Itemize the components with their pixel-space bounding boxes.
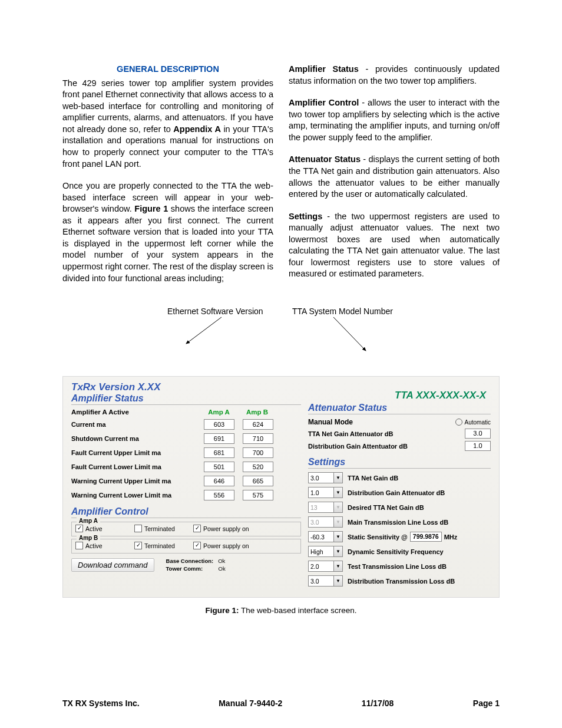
model-label: TTA XXX-XXX-XX-X	[395, 390, 486, 401]
footer-manual: Manual 7-9440-2	[219, 699, 282, 708]
footer-page: Page 1	[473, 699, 500, 708]
amp-a-value: 556	[204, 490, 234, 500]
setting-select[interactable]: 3.0▼	[308, 472, 343, 483]
setting-label: Desired TTA Net Gain dB	[348, 504, 424, 511]
footer-company: TX RX Systems Inc.	[62, 699, 140, 708]
amp-b-fieldset: Amp B Active ✓Terminated ✓Power supply o…	[71, 539, 301, 554]
setting-select[interactable]: 3.0▼	[308, 575, 343, 587]
unit-label: MHz	[444, 533, 458, 541]
power-supply-checkbox[interactable]: ✓Power supply on	[193, 542, 249, 549]
amp-active-label: Amplifier A Active	[71, 409, 200, 416]
settings-title: Settings	[308, 457, 491, 469]
terminated-checkbox[interactable]: Terminated	[134, 525, 193, 532]
terminated-checkbox[interactable]: ✓Terminated	[134, 542, 193, 549]
att-row-label: TTA Net Gain Attenuator dB	[308, 430, 465, 437]
att-row-label: Distribution Gain Attentuator dB	[308, 443, 465, 450]
connection-status: Base Connection: Ok Tower Comm: Ok	[166, 557, 226, 573]
automatic-label: Automatic	[465, 419, 491, 426]
amp-a-value: 681	[204, 447, 234, 458]
frequency-input[interactable]: 799.9876	[410, 532, 442, 542]
att-value: 1.0	[465, 441, 491, 451]
footer-date: 11/17/08	[362, 699, 394, 708]
amp-b-legend: Amp B	[77, 535, 100, 541]
amp-b-value: 624	[243, 419, 273, 430]
chevron-down-icon: ▼	[333, 532, 342, 542]
chevron-down-icon: ▼	[333, 487, 342, 498]
setting-label: TTA Net Gain dB	[348, 475, 398, 482]
setting-label: Distribution Transmission Loss dB	[348, 578, 455, 585]
amp-row-label: Warning Current Lower Limit ma	[71, 492, 200, 499]
paragraph: Settings - the two uppermost registers a…	[289, 211, 500, 280]
amplifier-status-title: Amplifier Status	[71, 393, 301, 405]
amp-a-value: 646	[204, 476, 234, 486]
setting-label: Dynamic Sensitivity Frequency	[348, 548, 444, 555]
amp-b-value: 665	[243, 476, 273, 486]
setting-select[interactable]: 2.0▼	[308, 561, 343, 572]
setting-select[interactable]: -60.3▼	[308, 531, 343, 542]
paragraph: Amplifier Status - provides continuously…	[289, 64, 500, 87]
amp-b-value: 700	[243, 447, 273, 458]
amp-a-value: 501	[204, 462, 234, 472]
manual-mode-label: Manual Mode	[308, 418, 455, 426]
amp-b-value: 575	[243, 490, 273, 500]
paragraph: Attenuator Status - displays the current…	[289, 154, 500, 200]
setting-label: Test Transmission Line Loss dB	[348, 563, 447, 570]
setting-select: 3.0▼	[308, 516, 343, 528]
section-header: GENERAL DESCRIPTION	[62, 64, 273, 75]
interface-screenshot: TxRx Version X.XX TTA XXX-XXX-XX-X Ampli…	[62, 376, 500, 598]
setting-select[interactable]: 1.0▼	[308, 487, 343, 498]
chevron-down-icon: ▼	[333, 576, 342, 586]
setting-select: 13▼	[308, 502, 343, 513]
svg-line-1	[333, 317, 366, 351]
attenuator-status-title: Attenuator Status	[308, 403, 491, 414]
amp-row-label: Fault Current Upper Limit ma	[71, 449, 200, 456]
amp-a-value: 691	[204, 433, 234, 444]
att-value: 3.0	[465, 429, 491, 439]
chevron-down-icon: ▼	[333, 473, 342, 483]
amp-row-label: Current ma	[71, 421, 200, 428]
paragraph: Amplifier Control - allows the user to i…	[289, 97, 500, 143]
chevron-down-icon: ▼	[333, 561, 342, 571]
amp-row-label: Fault Current Lower Limit ma	[71, 463, 200, 470]
amp-a-legend: Amp A	[77, 518, 100, 524]
amp-a-header: Amp A	[200, 409, 238, 416]
automatic-radio[interactable]	[455, 419, 462, 426]
amp-a-fieldset: Amp A ✓Active Terminated ✓Power supply o…	[71, 522, 301, 536]
amp-b-value: 520	[243, 462, 273, 472]
paragraph: Once you are properly connected to the T…	[62, 180, 273, 284]
active-checkbox[interactable]: ✓Active	[75, 525, 134, 532]
paragraph: The 429 series tower top amplifier syste…	[62, 78, 273, 170]
chevron-down-icon: ▼	[333, 517, 342, 527]
amplifier-control-title: Amplifier Control	[71, 506, 301, 518]
download-command-button[interactable]: Download command	[71, 558, 154, 572]
figure-caption: Figure 1: The web-based interface screen…	[62, 606, 500, 615]
amp-row-label: Shutdown Current ma	[71, 435, 200, 442]
amp-a-value: 603	[204, 419, 234, 430]
setting-select[interactable]: High▼	[308, 546, 343, 557]
setting-label: Distribution Gain Attenuator dB	[348, 489, 445, 496]
callout-arrows	[62, 307, 500, 377]
chevron-down-icon: ▼	[333, 502, 342, 512]
svg-line-0	[186, 317, 222, 344]
amp-b-value: 710	[243, 433, 273, 444]
amp-row-label: Warning Current Upper Limit ma	[71, 477, 200, 485]
chevron-down-icon: ▼	[333, 546, 342, 556]
amp-b-header: Amp B	[238, 409, 276, 416]
setting-label: Static Sensitivity @	[348, 533, 408, 541]
setting-label: Main Transmission Line Loss dB	[348, 519, 448, 526]
power-supply-checkbox[interactable]: ✓Power supply on	[193, 525, 249, 532]
active-checkbox[interactable]: Active	[75, 542, 134, 549]
